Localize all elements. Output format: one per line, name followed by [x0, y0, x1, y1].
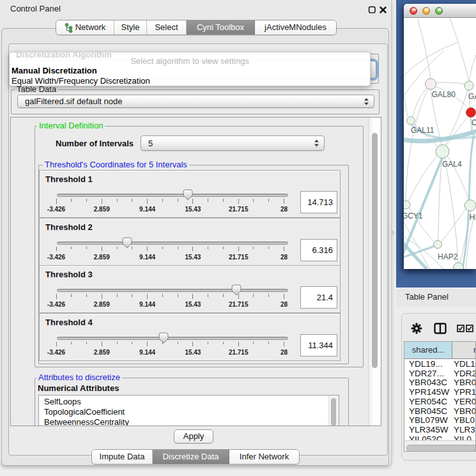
tab-cyni-toolbox[interactable]: Cyni Toolbox [187, 20, 255, 35]
slider-thumb[interactable] [231, 284, 242, 296]
slider-tick [268, 199, 269, 202]
node-label-ga: GA [468, 92, 476, 101]
slider-tick [178, 199, 178, 202]
network-window-titlebar[interactable] [404, 4, 476, 18]
slider-thumb[interactable] [183, 189, 193, 201]
table-row[interactable]: YBR043CYBR0 [404, 378, 476, 387]
slider-thumb[interactable] [122, 237, 132, 249]
table-row[interactable]: YDR27...YDR2 [404, 369, 476, 378]
tab-select[interactable]: Select [147, 20, 187, 35]
threshold-value-field[interactable]: 11.344 [300, 334, 337, 357]
slider-track[interactable] [57, 337, 288, 340]
slider-tick [117, 294, 118, 297]
slider-tick [56, 199, 57, 204]
tab-infer-network[interactable]: Infer Network [229, 450, 299, 464]
node-label-gal80: GAL80 [432, 90, 456, 99]
slider-tick [178, 247, 178, 250]
threshold-label: Threshold 3 [45, 270, 93, 279]
slider-tick [284, 247, 284, 252]
slider-track[interactable] [57, 194, 288, 197]
slider-tick [117, 342, 118, 345]
table-row[interactable]: YPR145WYPR1 [404, 387, 476, 397]
slider-tick-label: 9.144 [132, 349, 164, 356]
slider-tick [178, 342, 178, 345]
table-row[interactable]: YER054CYER0 [404, 397, 476, 406]
slider-tick [253, 199, 254, 202]
zoom-traffic-light[interactable] [435, 7, 443, 15]
cyni-toolbox-tabs: Impute DataDiscretize DataInfer Network [91, 449, 300, 464]
settings-vertical-scrollbar-thumb[interactable] [372, 133, 378, 368]
table-cell-shared-name: YDL19... [409, 359, 443, 369]
algorithm-popup-item-manual[interactable]: Manual Discretization [12, 66, 97, 75]
settings-vertical-scrollbar[interactable] [368, 118, 381, 426]
table-horizontal-scrollbar[interactable] [404, 440, 476, 452]
table-header-name[interactable]: na [452, 342, 476, 358]
columns-icon[interactable] [434, 323, 447, 334]
minimize-traffic-light[interactable] [422, 7, 430, 15]
slider-tick [102, 342, 102, 347]
slider-tick-label: 2.859 [86, 301, 118, 308]
table-cell-shared-name: YBR043C [409, 378, 447, 387]
table-row[interactable]: YDL19...YDL1 [404, 359, 476, 369]
list-item[interactable]: SelfLoops [44, 397, 81, 407]
node-label-c: C [472, 118, 476, 127]
threshold-value-field[interactable]: 14.713 [300, 191, 337, 213]
settings-scroll-panel: Interval Definition Number of Intervals … [10, 117, 381, 426]
list-item[interactable]: BetweennessCentrality [44, 417, 129, 426]
table-row[interactable]: YBR045CYBR0 [404, 406, 476, 416]
slider-tick [238, 199, 239, 204]
table-header-shared-name[interactable]: shared... [404, 342, 452, 358]
gear-icon[interactable] [411, 323, 422, 334]
node-label-gcy1: GCY1 [404, 211, 423, 220]
slider-track[interactable] [57, 242, 288, 245]
close-traffic-light[interactable] [410, 7, 417, 15]
apply-button[interactable]: Apply [174, 429, 213, 443]
slider-tick [147, 342, 148, 347]
checkbox-icon[interactable] [457, 325, 464, 332]
threshold-value-field[interactable]: 6.316 [300, 239, 337, 261]
slider-tick-label: 15.43 [177, 206, 209, 213]
network-canvas[interactable]: GAL80GACGAL11GAL4GCY1HIHAP2 [404, 18, 476, 269]
slider-tick [238, 247, 239, 252]
tab-impute-data[interactable]: Impute Data [92, 450, 153, 464]
slider-track[interactable] [57, 289, 288, 292]
threshold-panel-3: Threshold 3-3.4262.8599.14415.4321.71528… [39, 265, 341, 313]
tab-style[interactable]: Style [114, 20, 147, 35]
slider-tick [162, 199, 163, 202]
algorithm-popup-item-equal-width[interactable]: Equal Width/Frequency Discretization [12, 76, 150, 86]
network-graph [404, 18, 476, 269]
numerical-attributes-list[interactable]: SelfLoopsTopologicalCoefficientBetweenne… [38, 395, 339, 426]
table-row[interactable]: YLR345WYLR3 [404, 425, 476, 434]
table-row[interactable]: YBL079WYBL0 [404, 415, 476, 425]
slider-tick-label: 28 [268, 301, 300, 308]
table-cell-shared-name: YBL079W [409, 415, 448, 425]
checkbox-icon[interactable] [466, 325, 473, 332]
slider-tick [102, 294, 102, 299]
slider-tick [208, 199, 208, 202]
slider-tick [162, 247, 163, 250]
tab-network[interactable]: Network [56, 20, 114, 35]
attributes-list-scrollbar[interactable] [328, 395, 339, 426]
table-horizontal-scrollbar-thumb[interactable] [406, 445, 476, 452]
network-view-window: GAL80GACGAL11GAL4GCY1HIHAP2 [404, 4, 476, 269]
slider-tick-label: 9.144 [132, 254, 164, 261]
attributes-list-scrollbar-thumb[interactable] [331, 398, 336, 426]
table-data-combo[interactable]: galFiltered.sif default node [17, 95, 374, 108]
slider-tick [268, 247, 269, 250]
threshold-panel-1: Threshold 1-3.4262.8599.14415.4321.71528… [39, 170, 341, 218]
table-cell-name: YER0 [454, 397, 476, 406]
tab-label: Infer Network [240, 450, 289, 464]
table-header-row: shared... na [404, 342, 476, 359]
close-icon[interactable] [379, 6, 387, 14]
splitpane-divider-handle[interactable] [392, 226, 394, 231]
slider-tick [178, 294, 178, 297]
list-item[interactable]: TopologicalCoefficient [44, 407, 125, 417]
float-window-icon[interactable] [368, 6, 376, 14]
slider-thumb[interactable] [158, 332, 169, 344]
number-of-intervals-combo[interactable]: 5 [141, 135, 325, 151]
tab-jactivemnodules[interactable]: jActiveMNodules [255, 20, 336, 35]
tab-discretize-data[interactable]: Discretize Data [153, 450, 229, 464]
threshold-value-field[interactable]: 21.4 [300, 286, 337, 309]
node-label-hi: HI [470, 213, 476, 222]
slider-tick [223, 294, 224, 297]
